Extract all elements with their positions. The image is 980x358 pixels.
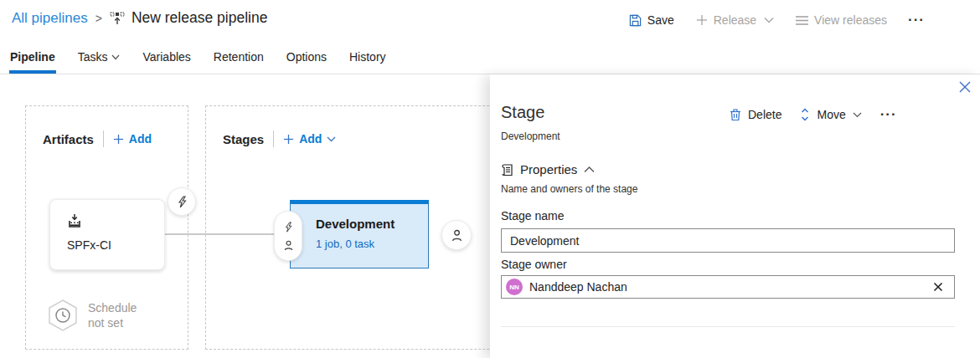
command-bar: Save Release View releases (622, 0, 931, 40)
add-artifact-button[interactable]: Add (113, 132, 152, 146)
tab-pipeline[interactable]: Pipeline (9, 40, 56, 74)
pre-deployment-conditions-badge[interactable] (274, 211, 302, 261)
panel-toolbar: Delete Move ··· (725, 105, 902, 125)
more-icon: ··· (880, 106, 897, 122)
close-icon (933, 282, 943, 292)
stages-title: Stages (223, 132, 264, 146)
tab-label: Pipeline (10, 50, 55, 64)
tab-options[interactable]: Options (286, 40, 328, 74)
add-stage-button[interactable]: Add (283, 132, 336, 146)
tab-bar: Pipeline Tasks Variables Retention Optio… (0, 40, 980, 74)
plus-icon (113, 134, 124, 145)
owner-name: Nanddeep Nachan (529, 280, 931, 294)
view-releases-button[interactable]: View releases (788, 8, 895, 32)
list-icon (796, 15, 808, 26)
properties-document-icon (501, 163, 513, 176)
person-icon (451, 229, 463, 242)
schedule-line1: Schedule (88, 301, 137, 315)
stages-header: Stages Add (223, 130, 336, 148)
tab-retention[interactable]: Retention (213, 40, 265, 74)
release-button[interactable]: Release (689, 8, 781, 32)
post-deployment-conditions-badge[interactable] (441, 220, 472, 250)
release-label: Release (714, 13, 756, 27)
chevron-down-icon (853, 112, 862, 118)
tab-tasks[interactable]: Tasks (77, 40, 121, 74)
move-label: Move (817, 108, 845, 121)
stage-jobs-tasks-link[interactable]: 1 job, 0 task (316, 238, 374, 250)
tab-history[interactable]: History (348, 40, 387, 74)
breadcrumb: All pipelines > New release pipeline (12, 9, 267, 27)
tab-label: Retention (214, 50, 264, 64)
view-releases-label: View releases (814, 13, 887, 27)
add-artifact-label: Add (129, 132, 152, 146)
close-panel-button[interactable] (956, 78, 974, 96)
owner-avatar: NN (506, 279, 523, 295)
plus-icon (696, 14, 708, 26)
artifacts-header: Artifacts Add (43, 130, 152, 148)
stage-properties-panel: Stage Development Delete M (490, 74, 980, 358)
lightning-icon (177, 196, 188, 208)
divider (103, 130, 104, 147)
tab-label: Options (286, 50, 327, 64)
continuous-deployment-trigger-badge[interactable] (168, 187, 196, 216)
save-label: Save (647, 13, 674, 27)
lightning-icon (284, 222, 293, 233)
remove-owner-button[interactable] (931, 279, 946, 294)
tab-label: Variables (142, 50, 190, 64)
stage-name-input[interactable] (501, 228, 955, 253)
stage-owner-picker[interactable]: NN Nanddeep Nachan (501, 275, 955, 299)
page-title: New release pipeline (132, 9, 267, 27)
schedule-hexagon-clock-icon (46, 299, 80, 332)
more-actions-button[interactable]: ··· (901, 7, 931, 33)
chevron-down-icon (764, 17, 774, 23)
save-button[interactable]: Save (622, 8, 682, 32)
schedule-trigger[interactable]: Schedule not set (46, 299, 137, 332)
artifact-icon (67, 213, 82, 228)
properties-section-header[interactable]: Properties (501, 162, 595, 176)
section-divider (501, 326, 955, 327)
schedule-line2: not set (88, 316, 123, 330)
tab-variables[interactable]: Variables (142, 40, 191, 74)
plus-icon (283, 134, 294, 145)
divider (273, 130, 274, 147)
save-icon (629, 14, 642, 27)
release-pipeline-icon (110, 11, 125, 26)
breadcrumb-all-pipelines-link[interactable]: All pipelines (12, 10, 88, 27)
artifact-stage-connector (164, 233, 290, 235)
more-icon: ··· (908, 12, 925, 28)
breadcrumb-separator: > (95, 12, 102, 25)
chevron-up-icon (584, 166, 595, 173)
trash-icon (730, 108, 741, 121)
panel-more-button[interactable]: ··· (875, 106, 902, 123)
move-stage-button[interactable]: Move (795, 105, 866, 125)
artifact-name: SPFx-CI (67, 238, 111, 252)
schedule-status-text: Schedule not set (88, 300, 137, 330)
person-icon (283, 240, 294, 251)
artifacts-title: Artifacts (43, 132, 94, 146)
tab-label: History (349, 50, 386, 64)
chevron-down-icon (111, 54, 120, 60)
tab-label: Tasks (78, 50, 108, 64)
top-header: All pipelines > New release pipeline Sav (0, 0, 980, 40)
properties-title: Properties (520, 162, 577, 176)
stage-card-development[interactable]: Development 1 job, 0 task (290, 200, 429, 268)
delete-label: Delete (748, 108, 781, 121)
stage-name-label: Stage name (501, 209, 565, 222)
properties-description: Name and owners of the stage (501, 183, 637, 195)
chevron-down-icon (327, 136, 336, 142)
artifact-card[interactable]: SPFx-CI (49, 199, 165, 270)
add-stage-label: Add (299, 132, 322, 146)
close-icon (958, 80, 972, 94)
delete-stage-button[interactable]: Delete (725, 105, 787, 125)
panel-title: Stage (501, 103, 544, 122)
artifacts-panel: Artifacts Add (25, 105, 188, 350)
stage-owner-label: Stage owner (501, 258, 567, 271)
panel-subtitle: Development (501, 130, 560, 142)
stage-name: Development (316, 217, 395, 231)
move-up-down-icon (800, 108, 810, 121)
